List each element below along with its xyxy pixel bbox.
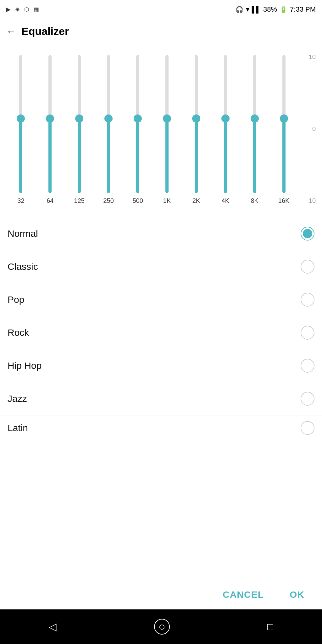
back-button[interactable]: ←	[6, 26, 16, 37]
back-nav-icon[interactable]: ◁	[49, 621, 57, 633]
preset-name-0: Normal	[8, 228, 38, 239]
nav-bar: ◁ ○ □	[0, 609, 322, 644]
eq-track-64	[48, 55, 52, 193]
eq-scale-labels: 10 0 -10	[300, 50, 316, 208]
eq-thumb-1K[interactable]	[163, 114, 171, 123]
preset-name-partial: Latin	[8, 423, 28, 433]
page-title: Equalizer	[21, 25, 69, 37]
radio-jazz[interactable]	[301, 392, 314, 406]
eq-band-125[interactable]: 125	[65, 53, 94, 204]
radio-pop[interactable]	[301, 293, 314, 307]
eq-thumb-32[interactable]	[17, 114, 25, 123]
eq-band-2K[interactable]: 2K	[181, 53, 211, 204]
preset-item-jazz[interactable]: Jazz	[0, 382, 322, 415]
battery-icon: 🔋	[280, 6, 287, 13]
eq-band-64[interactable]: 64	[36, 53, 65, 204]
signal-icon: ▌▌	[252, 6, 261, 13]
eq-freq-label-250: 250	[103, 197, 114, 204]
battery-percent: 38%	[263, 5, 277, 14]
scale-bottom: -10	[300, 197, 316, 204]
messenger-icon: ⊕	[15, 6, 20, 13]
preset-list: NormalClassicPopRockHip HopJazzLatin	[0, 217, 322, 437]
preset-item-normal[interactable]: Normal	[0, 217, 322, 250]
preset-name-3: Rock	[8, 327, 29, 338]
eq-thumb-2K[interactable]	[192, 114, 200, 123]
preset-item-classic[interactable]: Classic	[0, 250, 322, 283]
scale-top: 10	[300, 53, 316, 61]
preset-item-hip-hop[interactable]: Hip Hop	[0, 349, 322, 382]
eq-track-1K	[165, 55, 169, 193]
clock: 7:33 PM	[290, 5, 316, 14]
eq-chart: 32641252505001K2K4K8K16K 10 0 -10	[6, 50, 316, 208]
action-buttons: CANCEL OK	[0, 580, 322, 609]
eq-thumb-16K[interactable]	[280, 114, 288, 123]
eq-freq-label-125: 125	[74, 197, 85, 204]
radio-latin[interactable]	[301, 421, 314, 435]
eq-thumb-250[interactable]	[104, 114, 113, 123]
eq-freq-label-8K: 8K	[251, 197, 258, 204]
headphone-icon: 🎧	[236, 6, 243, 13]
eq-band-4K[interactable]: 4K	[211, 53, 240, 204]
gallery-icon: ▦	[34, 6, 39, 13]
eq-track-4K	[224, 55, 227, 193]
eq-thumb-500[interactable]	[134, 114, 142, 123]
eq-track-32	[19, 55, 22, 193]
eq-track-125	[78, 55, 81, 193]
play-icon: ▶	[6, 6, 11, 13]
eq-freq-label-4K: 4K	[222, 197, 229, 204]
equalizer-section: 32641252505001K2K4K8K16K 10 0 -10	[0, 44, 322, 211]
eq-band-32[interactable]: 32	[6, 53, 36, 204]
status-bar-left: ▶ ⊕ ⬡ ▦	[6, 6, 39, 13]
preset-item-latin[interactable]: Latin	[0, 415, 322, 437]
eq-freq-label-16K: 16K	[278, 197, 290, 204]
eq-freq-label-2K: 2K	[192, 197, 200, 204]
eq-band-1K[interactable]: 1K	[153, 53, 182, 204]
eq-thumb-8K[interactable]	[251, 114, 259, 123]
eq-freq-label-64: 64	[47, 197, 53, 204]
recent-nav-icon[interactable]: □	[267, 621, 273, 633]
preset-name-5: Jazz	[8, 393, 27, 404]
eq-band-16K[interactable]: 16K	[269, 53, 298, 204]
eq-track-500	[136, 55, 139, 193]
status-bar-right: 🎧 ▾ ▌▌ 38% 🔋 7:33 PM	[236, 5, 316, 14]
radio-normal[interactable]	[301, 227, 314, 241]
home-nav-icon[interactable]: ○	[154, 619, 170, 635]
eq-freq-label-1K: 1K	[163, 197, 171, 204]
preset-name-4: Hip Hop	[8, 360, 42, 371]
eq-band-500[interactable]: 500	[123, 53, 153, 204]
eq-thumb-125[interactable]	[75, 114, 83, 123]
preset-name-1: Classic	[8, 261, 38, 272]
preset-name-2: Pop	[8, 294, 24, 305]
radio-classic[interactable]	[301, 260, 314, 274]
eq-thumb-4K[interactable]	[221, 114, 230, 123]
eq-band-250[interactable]: 250	[94, 53, 123, 204]
instagram-icon: ⬡	[24, 6, 29, 13]
preset-item-pop[interactable]: Pop	[0, 283, 322, 316]
cancel-button[interactable]: CANCEL	[218, 586, 269, 603]
eq-track-250	[107, 55, 110, 193]
ok-button[interactable]: OK	[285, 586, 309, 603]
eq-band-8K[interactable]: 8K	[240, 53, 269, 204]
wifi-icon: ▾	[246, 5, 249, 14]
eq-thumb-64[interactable]	[46, 114, 54, 123]
eq-track-8K	[253, 55, 256, 193]
preset-item-rock[interactable]: Rock	[0, 316, 322, 349]
header: ← Equalizer	[0, 19, 322, 44]
radio-rock[interactable]	[301, 326, 314, 340]
status-bar: ▶ ⊕ ⬡ ▦ 🎧 ▾ ▌▌ 38% 🔋 7:33 PM	[0, 0, 322, 19]
radio-hip-hop[interactable]	[301, 359, 314, 373]
eq-track-16K	[282, 55, 286, 193]
eq-divider	[0, 214, 322, 214]
eq-track-2K	[195, 55, 198, 193]
scale-middle: 0	[300, 125, 316, 133]
eq-sliders-area: 32641252505001K2K4K8K16K	[6, 50, 298, 208]
eq-freq-label-500: 500	[132, 197, 143, 204]
eq-freq-label-32: 32	[17, 197, 24, 204]
